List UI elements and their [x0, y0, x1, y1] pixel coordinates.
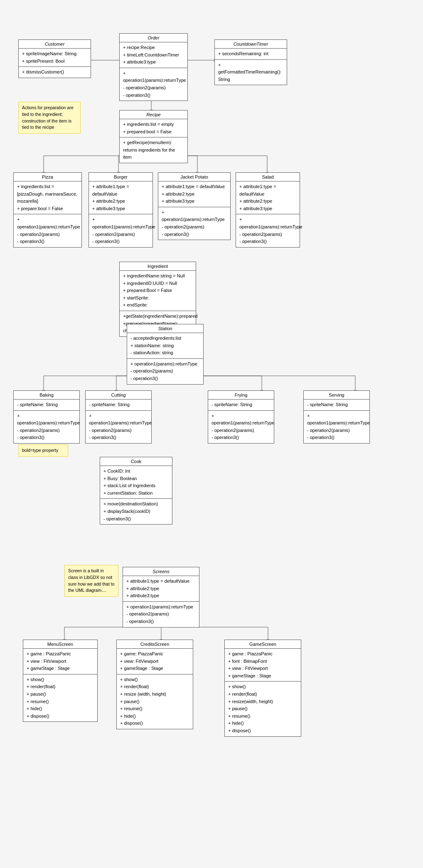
station-methods: + operation1(params):returnType - operat… — [127, 359, 203, 384]
order-attrs: + recipe:Recipe + timeLeft:CountdownTime… — [120, 42, 187, 68]
burger-methods: + operation1(params):returnType - operat… — [89, 214, 152, 247]
customer-attrs: + spriteImageName: String + spritePresen… — [19, 49, 91, 67]
burger-title: Burger — [89, 173, 152, 181]
credits-screen-methods: + show() + render(float) + resize (width… — [117, 674, 193, 729]
burger-attrs: + attribute1:type = defaultValue + attri… — [89, 181, 152, 214]
frying-methods: + operation1(params):returnType - operat… — [208, 411, 274, 443]
cook-methods: + move(destinationStation) + displayStac… — [100, 499, 172, 524]
game-screen-class: GameScreen + game : PiazzaPanic + font :… — [224, 640, 301, 737]
recipe-title: Recipe — [120, 110, 187, 119]
cutting-attrs: - spriteName: String — [86, 400, 151, 411]
ingredient-attrs: + ingredientName:string = Null + ingredi… — [120, 271, 196, 311]
jacket-potato-title: Jacket Potato — [158, 173, 230, 181]
order-title: Order — [120, 34, 187, 42]
frying-class: Frying - spriteName: String + operation1… — [208, 390, 274, 444]
jacket-potato-methods: + operation1(params):returnType - operat… — [158, 207, 230, 240]
credits-screen-attrs: + game: PiazzaPanic + view: FitViewport … — [117, 649, 193, 674]
frying-title: Frying — [208, 391, 274, 400]
countdown-timer-title: CountdownTimer — [215, 40, 287, 49]
credits-screen-title: CreditsScreen — [117, 640, 193, 649]
salad-title: Salad — [236, 173, 300, 181]
customer-title: Customer — [19, 40, 91, 49]
screens-class: Screens + attribute1:type = defaultValue… — [123, 567, 199, 628]
screens-title: Screens — [123, 567, 199, 576]
burger-class: Burger + attribute1:type = defaultValue … — [89, 172, 153, 248]
frying-attrs: - spriteName: String — [208, 400, 274, 411]
cutting-methods: + operation1(params):returnType - operat… — [86, 411, 151, 443]
serving-title: Serving — [304, 391, 369, 400]
recipe-methods: + getRecipe(menuItem): returns ingredien… — [120, 137, 187, 163]
game-screen-methods: + show() + render(float) + resize(width,… — [225, 682, 301, 736]
menu-screen-title: MenuScreen — [23, 640, 97, 649]
baking-class: Baking - spriteName: String + operation1… — [13, 390, 80, 444]
order-class: Order + recipe:Recipe + timeLeft:Countdo… — [119, 33, 188, 101]
salad-methods: + operation1(params):returnType - operat… — [236, 214, 300, 247]
customer-methods: + dismissCustomer() — [19, 67, 91, 78]
baking-methods: + operation1(params):returnType - operat… — [14, 411, 79, 443]
credits-screen-class: CreditsScreen + game: PiazzaPanic + view… — [116, 640, 193, 729]
uml-diagram: Customer + spriteImageName: String + spr… — [0, 0, 423, 868]
salad-attrs: + attribute1:type = defaultValue + attri… — [236, 181, 300, 214]
menu-screen-class: MenuScreen + game : PiazzaPanic + view :… — [23, 640, 98, 722]
countdown-timer-methods: + getFormattedTimeRemaining(): String — [215, 60, 287, 85]
pizza-title: Pizza — [14, 173, 81, 181]
menu-screen-attrs: + game : PiazzaPanic + view : FitViewpor… — [23, 649, 97, 674]
serving-attrs: - spriteName: String — [304, 400, 369, 411]
baking-title: Baking — [14, 391, 79, 400]
station-attrs: - acceptedIngredients:list + stationName… — [127, 333, 203, 359]
order-methods: + operation1(params):returnType - operat… — [120, 68, 187, 101]
baking-attrs: - spriteName: String — [14, 400, 79, 411]
recipe-attrs: + ingredients:list = empty + prepared:bo… — [120, 119, 187, 137]
preparation-note: Actions for preparation are tied to the … — [18, 102, 81, 134]
serving-methods: + operation1(params):returnType - operat… — [304, 411, 369, 443]
station-title: Station — [127, 324, 203, 333]
pizza-attrs: + ingredients:list = [pizzaDough, marina… — [14, 181, 81, 214]
pizza-class: Pizza + ingredients:list = [pizzaDough, … — [13, 172, 82, 248]
bold-type-note: bold=type property — [18, 444, 68, 457]
jacket-potato-attrs: + attribute1:type = defaultValue + attri… — [158, 181, 230, 207]
screens-attrs: + attribute1:type = defaultValue + attri… — [123, 576, 199, 602]
station-class: Station - acceptedIngredients:list + sta… — [127, 324, 204, 385]
game-screen-title: GameScreen — [225, 640, 301, 649]
cutting-class: Cutting - spriteName: String + operation… — [85, 390, 152, 444]
screens-methods: + operation1(params):returnType - operat… — [123, 602, 199, 627]
customer-class: Customer + spriteImageName: String + spr… — [18, 39, 91, 78]
game-screen-attrs: + game : PiazzaPanic + font : BitmapFont… — [225, 649, 301, 682]
cook-class: Cook + CookID: Int + Busy: Boolean + sta… — [100, 457, 172, 525]
screen-note: Screen is a built in class in LibGDX so … — [64, 565, 118, 597]
ingredient-title: Ingredient — [120, 262, 196, 271]
serving-class: Serving - spriteName: String + operation… — [303, 390, 370, 444]
cutting-title: Cutting — [86, 391, 151, 400]
jacket-potato-class: Jacket Potato + attribute1:type = defaul… — [158, 172, 231, 240]
countdown-timer-attrs: + secondsRemaining: int — [215, 49, 287, 60]
recipe-class: Recipe + ingredients:list = empty + prep… — [119, 110, 188, 163]
menu-screen-methods: + show() + render(float) + pause() + res… — [23, 674, 97, 722]
cook-title: Cook — [100, 457, 172, 466]
salad-class: Salad + attribute1:type = defaultValue +… — [236, 172, 300, 248]
pizza-methods: + operation1(params):returnType - operat… — [14, 214, 81, 247]
countdown-timer-class: CountdownTimer + secondsRemaining: int +… — [214, 39, 287, 85]
cook-attrs: + CookID: Int + Busy: Boolean + stack:Li… — [100, 466, 172, 499]
